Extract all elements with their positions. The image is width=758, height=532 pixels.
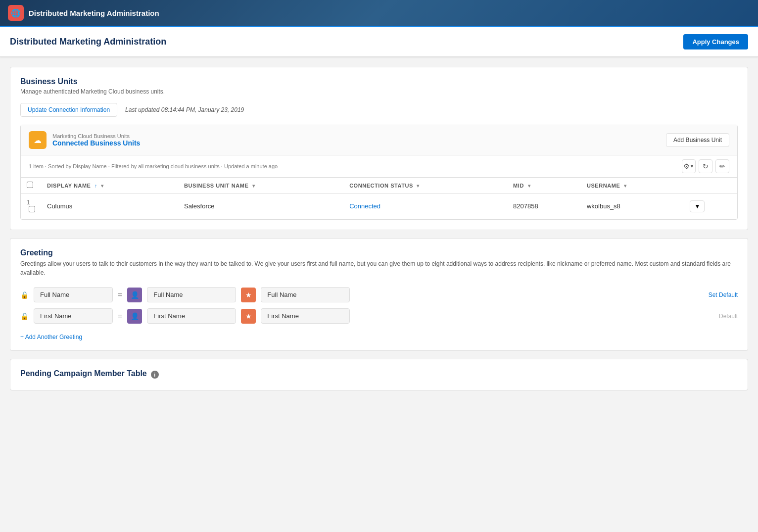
last-updated-text: Last updated 08:14:44 PM, January 23, 20… — [125, 106, 244, 113]
connection-status-value[interactable]: Connected — [349, 202, 380, 210]
greeting-field-left-2: First Name — [34, 308, 113, 324]
bu-panel-header-left: ☁ Marketing Cloud Business Units Connect… — [29, 131, 140, 149]
mid-value: 8207858 — [513, 202, 538, 210]
th-username[interactable]: USERNAME ▾ — [581, 178, 684, 193]
th-select-all[interactable] — [21, 178, 41, 193]
bu-meta-text: 1 item · Sorted by Display Name · Filter… — [29, 163, 278, 169]
greeting-field-right-2: First Name — [261, 308, 350, 324]
app-bar-title: Distributed Marketing Administration — [29, 9, 159, 17]
th-display-name[interactable]: DISPLAY NAME ↑ ▾ — [41, 178, 178, 193]
sort-chevron-status: ▾ — [417, 183, 420, 189]
greeting-field-right-1: Full Name — [261, 287, 350, 302]
row-dropdown-button[interactable]: ▼ — [690, 200, 705, 212]
bu-panel-main-title: Connected Business Units — [52, 139, 140, 147]
greeting-row-fullname: 🔒 Full Name = 👤 Full Name ★ Full Name Se… — [20, 287, 738, 302]
refresh-button[interactable]: ↻ — [699, 159, 712, 173]
person-symbol-1: 👤 — [131, 291, 139, 299]
connection-status-label: CONNECTION STATUS — [349, 183, 413, 189]
bu-table: DISPLAY NAME ↑ ▾ BUSINESS UNIT NAME ▾ CO… — [21, 178, 737, 219]
greeting-field-middle-2: First Name — [147, 308, 236, 324]
business-unit-name-label: BUSINESS UNIT NAME — [184, 183, 248, 189]
app-bar: 🌐 Distributed Marketing Administration — [0, 0, 758, 27]
refresh-icon: ↻ — [703, 162, 709, 170]
set-default-link[interactable]: Set Default — [709, 291, 738, 298]
td-display-name: Culumus — [41, 193, 178, 219]
bu-icon: ☁ — [29, 131, 47, 149]
mid-label: MID — [513, 183, 524, 189]
cloud-icon: ☁ — [34, 136, 42, 145]
business-units-title: Business Units — [20, 77, 738, 86]
lock-icon-2: 🔒 — [20, 312, 29, 320]
sort-asc-icon: ↑ — [95, 183, 97, 189]
sort-chevron-username: ▾ — [624, 183, 627, 189]
bu-meta-actions: ⚙ ▼ ↻ ✏ — [682, 159, 729, 173]
page-title: Distributed Marketing Administration — [10, 37, 166, 47]
th-actions — [684, 178, 737, 193]
username-value: wkolbus_s8 — [587, 202, 620, 210]
td-row-action: ▼ — [684, 193, 737, 219]
greeting-title: Greeting — [20, 248, 738, 257]
greeting-field-middle-1: Full Name — [147, 287, 236, 302]
edit-button[interactable]: ✏ — [715, 159, 729, 173]
row-dropdown-icon: ▼ — [694, 203, 700, 210]
add-greeting-link[interactable]: + Add Another Greeting — [20, 334, 82, 340]
greeting-description: Greetings allow your users to talk to th… — [20, 259, 738, 277]
td-row-num: 1 — [21, 193, 41, 219]
equals-sign-2: = — [118, 312, 122, 321]
select-all-checkbox[interactable] — [27, 182, 33, 188]
bu-panel-titles: Marketing Cloud Business Units Connected… — [52, 133, 140, 147]
display-name-value: Culumus — [47, 202, 72, 210]
bu-panel-label: Marketing Cloud Business Units — [52, 133, 140, 139]
td-username: wkolbus_s8 — [581, 193, 684, 219]
edit-icon: ✏ — [719, 162, 725, 170]
globe-icon: 🌐 — [11, 8, 21, 18]
td-connection-status: Connected — [343, 193, 507, 219]
app-icon: 🌐 — [8, 5, 24, 21]
star-symbol-2: ★ — [245, 312, 252, 320]
page-header: Distributed Marketing Administration App… — [0, 27, 758, 57]
chevron-down-icon: ▼ — [690, 164, 694, 169]
greeting-field-left-1: Full Name — [34, 287, 113, 302]
greeting-row-firstname: 🔒 First Name = 👤 First Name ★ First Name… — [20, 308, 738, 324]
bu-panel-header: ☁ Marketing Cloud Business Units Connect… — [21, 125, 737, 155]
star-icon-1: ★ — [241, 288, 256, 302]
default-label: Default — [719, 313, 738, 320]
row-number: 1 — [27, 199, 30, 206]
sort-chevron-mid: ▾ — [528, 183, 531, 189]
sort-chevron-bu: ▾ — [252, 183, 255, 189]
business-unit-name-value: Salesforce — [184, 202, 214, 210]
row-checkbox[interactable] — [29, 206, 35, 212]
gear-button[interactable]: ⚙ ▼ — [682, 159, 696, 173]
bu-table-wrapper: DISPLAY NAME ↑ ▾ BUSINESS UNIT NAME ▾ CO… — [21, 178, 737, 219]
sort-chevron-display: ▾ — [101, 183, 104, 189]
display-name-label: DISPLAY NAME — [47, 183, 91, 189]
td-mid: 8207858 — [507, 193, 581, 219]
main-content: Business Units Manage authenticated Mark… — [0, 57, 758, 400]
gear-icon: ⚙ — [683, 162, 690, 170]
person-icon-1: 👤 — [127, 288, 142, 302]
th-mid[interactable]: MID ▾ — [507, 178, 581, 193]
star-symbol-1: ★ — [245, 291, 252, 299]
apply-changes-button[interactable]: Apply Changes — [683, 34, 748, 49]
connection-info-bar: Update Connection Information Last updat… — [20, 103, 738, 117]
greeting-card: Greeting Greetings allow your users to t… — [10, 238, 748, 351]
equals-sign-1: = — [118, 290, 122, 299]
td-business-unit-name: Salesforce — [178, 193, 343, 219]
table-header-row: DISPLAY NAME ↑ ▾ BUSINESS UNIT NAME ▾ CO… — [21, 178, 737, 193]
th-connection-status[interactable]: CONNECTION STATUS ▾ — [343, 178, 507, 193]
update-connection-button[interactable]: Update Connection Information — [20, 103, 117, 117]
info-icon: i — [151, 371, 159, 379]
pending-campaign-card: Pending Campaign Member Table i — [10, 359, 748, 390]
table-row: 1 Culumus Salesforce Connected — [21, 193, 737, 219]
th-business-unit-name[interactable]: BUSINESS UNIT NAME ▾ — [178, 178, 343, 193]
username-label: USERNAME — [587, 183, 620, 189]
add-business-unit-button[interactable]: Add Business Unit — [666, 133, 729, 147]
bu-panel: ☁ Marketing Cloud Business Units Connect… — [20, 125, 738, 220]
star-icon-2: ★ — [241, 309, 256, 324]
bu-meta-bar: 1 item · Sorted by Display Name · Filter… — [21, 155, 737, 178]
person-symbol-2: 👤 — [131, 312, 139, 320]
business-units-card: Business Units Manage authenticated Mark… — [10, 67, 748, 230]
person-icon-2: 👤 — [127, 309, 142, 324]
pending-campaign-header: Pending Campaign Member Table i — [20, 369, 738, 380]
business-units-subtitle: Manage authenticated Marketing Cloud bus… — [20, 88, 738, 95]
